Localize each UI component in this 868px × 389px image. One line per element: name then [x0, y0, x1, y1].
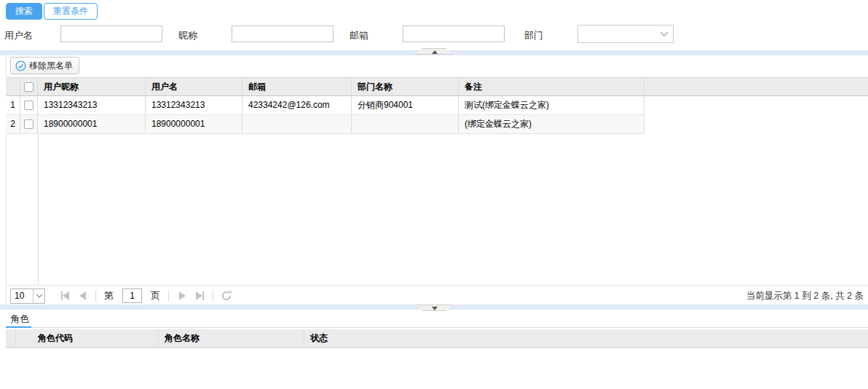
frozen-column-divider [38, 134, 39, 285]
collapse-up-icon [432, 50, 438, 54]
chevron-down-icon [660, 31, 668, 37]
header-filler [494, 329, 868, 347]
search-button[interactable]: 搜索 [6, 3, 42, 20]
remove-blacklist-button[interactable]: 移除黑名单 [10, 57, 79, 74]
role-tab-divider [6, 327, 868, 328]
username-cell: 13312343213 [146, 96, 242, 114]
page-prefix-label: 第 [104, 289, 114, 302]
remark-cell: (绑定金蝶云之家) [459, 115, 644, 133]
page-size-select[interactable]: 10 [10, 288, 45, 304]
last-page-icon[interactable] [193, 289, 206, 302]
page-number-input[interactable] [122, 288, 142, 303]
pager-separator [168, 290, 169, 302]
remove-blacklist-label: 移除黑名单 [29, 58, 73, 74]
role-table-header: 角色代码 角色名称 状态 [6, 329, 868, 348]
row-number-cell: 1 [6, 96, 20, 114]
email-cell [242, 115, 352, 133]
app-window: 搜索 重置条件 用户名 昵称 邮箱 部门 移除黑名单 用户 [0, 0, 868, 389]
prev-page-icon[interactable] [76, 289, 89, 302]
username-label: 用户名 [4, 29, 33, 42]
next-page-icon[interactable] [175, 289, 189, 302]
col-header-username[interactable]: 用户名 [146, 78, 242, 95]
col-header-role-status[interactable]: 状态 [304, 329, 494, 347]
horizontal-splitter-bottom[interactable] [0, 304, 868, 310]
first-page-icon[interactable] [58, 289, 71, 302]
horizontal-splitter-top[interactable] [0, 50, 868, 55]
table-row[interactable]: 1 13312343213 13312343213 42334242@126.c… [6, 96, 644, 115]
nickname-label: 昵称 [178, 29, 197, 42]
pagination-bar: 10 第 页 当前显示第 1 到 2 条, 共 2 条 [6, 285, 868, 304]
col-header-nickname[interactable]: 用户昵称 [38, 78, 146, 95]
role-row-number-header [6, 329, 16, 347]
department-cell: 分销商904001 [352, 96, 459, 114]
role-tab-active-underline [6, 326, 31, 328]
user-table-header: 用户昵称 用户名 邮箱 部门名称 备注 [6, 77, 868, 96]
email-label: 邮箱 [350, 29, 368, 42]
page-suffix-label: 页 [151, 289, 160, 302]
page-size-value: 10 [11, 289, 33, 303]
check-circle-icon [15, 60, 26, 71]
row-checkbox-cell [20, 115, 38, 133]
row-number-cell: 2 [6, 115, 20, 133]
reset-conditions-button[interactable]: 重置条件 [44, 3, 98, 20]
remark-cell: 测试(绑定金蝶云之家) [459, 96, 644, 114]
row-checkbox[interactable] [24, 101, 33, 110]
department-label: 部门 [524, 29, 543, 42]
col-header-department[interactable]: 部门名称 [352, 78, 459, 95]
nickname-input[interactable] [232, 25, 334, 42]
tab-role[interactable]: 角色 [10, 313, 29, 326]
nickname-cell: 13312343213 [38, 96, 146, 114]
nickname-cell: 18900000001 [38, 115, 146, 133]
row-number-header [6, 78, 20, 95]
col-header-role-name[interactable]: 角色名称 [159, 329, 304, 347]
email-input[interactable] [403, 25, 505, 42]
table-row[interactable]: 2 18900000001 18900000001 (绑定金蝶云之家) [6, 115, 644, 134]
pager-separator [213, 290, 213, 302]
email-cell: 42334242@126.com [242, 96, 352, 114]
pager-separator [95, 290, 96, 302]
splitter-collapse-down-handle[interactable] [415, 304, 453, 311]
department-cell [352, 115, 459, 133]
department-select[interactable] [577, 25, 674, 43]
username-input[interactable] [60, 25, 162, 42]
row-checkbox-cell [20, 96, 38, 114]
col-header-role-code[interactable]: 角色代码 [16, 329, 159, 347]
chevron-down-icon [33, 289, 44, 303]
header-filler [644, 78, 868, 95]
col-header-email[interactable]: 邮箱 [242, 78, 352, 95]
refresh-icon[interactable] [220, 289, 233, 302]
collapse-down-icon [432, 307, 438, 310]
row-checkbox[interactable] [24, 119, 33, 129]
username-cell: 18900000001 [146, 115, 242, 133]
col-header-remark[interactable]: 备注 [459, 78, 644, 95]
select-all-cell [20, 78, 38, 95]
pager-status-text: 当前显示第 1 到 2 条, 共 2 条 [746, 290, 864, 302]
splitter-collapse-up-handle[interactable] [415, 48, 453, 55]
select-all-checkbox[interactable] [24, 82, 33, 92]
